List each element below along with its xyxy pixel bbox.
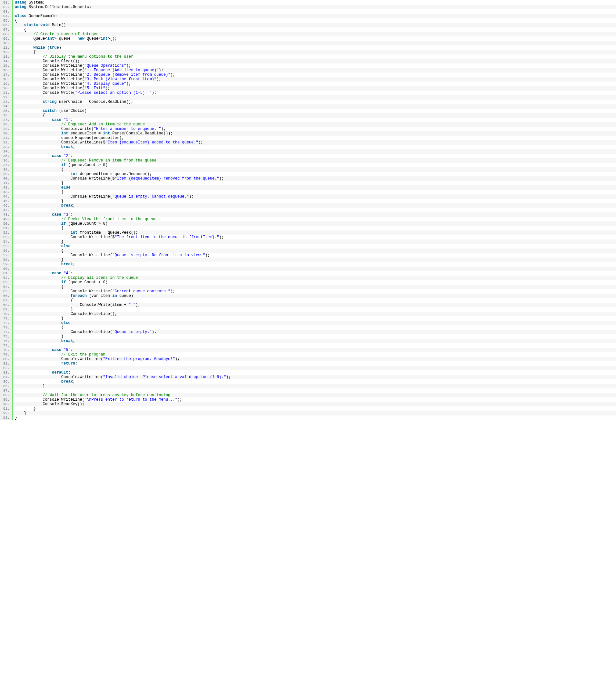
code-line[interactable]: if (queue.Count > 0) xyxy=(13,222,616,226)
code-line[interactable]: Console.WriteLine("Current queue content… xyxy=(13,289,616,294)
code-line[interactable]: // Display all items in the queue xyxy=(13,276,616,280)
code-line[interactable]: Console.WriteLine("Queue Operations"); xyxy=(13,64,616,68)
code-line[interactable]: Console.Write("Enter a number to enqueue… xyxy=(13,127,616,131)
code-line[interactable]: case "2": xyxy=(13,154,616,158)
code-line[interactable] xyxy=(13,9,616,14)
code-line[interactable]: { xyxy=(13,113,616,118)
code-line[interactable]: Console.WriteLine("Queue is empty."); xyxy=(13,330,616,334)
code-line[interactable]: } xyxy=(13,316,616,321)
code-line[interactable]: } xyxy=(13,334,616,339)
code-line[interactable]: // Wait for the user to press any key be… xyxy=(13,393,616,397)
code-line[interactable] xyxy=(13,366,616,370)
code-line[interactable] xyxy=(13,208,616,212)
code-line[interactable]: foreach (var item in queue) xyxy=(13,294,616,298)
code-line[interactable] xyxy=(13,388,616,393)
code-line[interactable]: case "3": xyxy=(13,212,616,217)
code-line[interactable]: { xyxy=(13,167,616,172)
code-line[interactable]: case "4": xyxy=(13,271,616,276)
code-line[interactable]: return; xyxy=(13,361,616,366)
code-line[interactable]: while (true) xyxy=(13,45,616,50)
code-line[interactable]: int enqueueItem = int.Parse(Console.Read… xyxy=(13,131,616,136)
code-line[interactable]: if (queue.Count > 0) xyxy=(13,280,616,284)
string-literal: "Queue is empty. No front item to view." xyxy=(112,253,205,257)
code-line[interactable]: } xyxy=(13,181,616,185)
code-line[interactable]: Console.WriteLine("Exiting the program. … xyxy=(13,357,616,361)
code-line[interactable]: int frontItem = queue.Peek(); xyxy=(13,230,616,235)
code-line[interactable]: { xyxy=(13,249,616,253)
code-line[interactable]: Console.WriteLine(); xyxy=(13,312,616,316)
code-line[interactable]: Console.Write("Please select an option (… xyxy=(13,91,616,95)
code-line[interactable]: // Display the menu options to the user xyxy=(13,54,616,59)
code-line[interactable]: Console.WriteLine($"Item {enqueueItem} a… xyxy=(13,140,616,145)
code-line[interactable]: Console.WriteLine("Queue is empty. No fr… xyxy=(13,253,616,257)
code-line[interactable]: static void Main() xyxy=(13,23,616,27)
code-line[interactable]: break; xyxy=(13,339,616,343)
code-line[interactable]: } xyxy=(13,406,616,411)
code-line[interactable]: Console.WriteLine($"The front item in th… xyxy=(13,235,616,240)
code-line[interactable]: break; xyxy=(13,145,616,149)
code-line[interactable]: else xyxy=(13,185,616,190)
code-line[interactable]: using System; xyxy=(13,0,616,5)
code-line[interactable]: { xyxy=(13,226,616,230)
line-number: 49. xyxy=(0,217,12,222)
code-line[interactable]: // Dequeue: Remove an item from the queu… xyxy=(13,158,616,163)
code-line[interactable]: switch (userChoice) xyxy=(13,109,616,113)
code-line[interactable]: Console.WriteLine("4. Display queue"); xyxy=(13,82,616,86)
code-line[interactable] xyxy=(13,149,616,154)
code-line[interactable]: int dequeuedItem = queue.Dequeue(); xyxy=(13,172,616,176)
code-text xyxy=(15,109,43,113)
code-line[interactable]: { xyxy=(13,284,616,289)
code-line[interactable]: // Create a queue of integers xyxy=(13,32,616,37)
code-line[interactable]: Console.WriteLine("1. Enqueue (Add item … xyxy=(13,68,616,72)
code-line[interactable] xyxy=(13,267,616,271)
code-line[interactable]: break; xyxy=(13,203,616,208)
code-line[interactable]: // Peek: View the front item in the queu… xyxy=(13,217,616,222)
code-line[interactable]: queue.Enqueue(enqueueItem); xyxy=(13,136,616,140)
code-line[interactable]: Console.ReadKey(); xyxy=(13,402,616,406)
code-line[interactable] xyxy=(13,41,616,45)
code-line[interactable]: case "5": xyxy=(13,348,616,352)
code-line[interactable]: Console.Write(item + " "); xyxy=(13,303,616,307)
code-line[interactable]: using System.Collections.Generic; xyxy=(13,5,616,9)
code-line[interactable]: } xyxy=(13,415,616,420)
code-line[interactable]: case "1": xyxy=(13,118,616,122)
code-line[interactable]: } xyxy=(13,307,616,312)
code-line[interactable]: // Exit the program xyxy=(13,352,616,357)
code-line[interactable] xyxy=(13,104,616,109)
code-text: } xyxy=(15,415,17,420)
code-line[interactable] xyxy=(13,343,616,348)
code-line[interactable]: } xyxy=(13,411,616,415)
code-line[interactable]: Console.WriteLine("2. Dequeue (Remove it… xyxy=(13,72,616,77)
code-line[interactable]: default: xyxy=(13,370,616,375)
code-line[interactable]: Console.WriteLine("5. Exit"); xyxy=(13,86,616,91)
code-line[interactable]: string userChoice = Console.ReadLine(); xyxy=(13,99,616,104)
code-text: (queue.Count > 0) xyxy=(66,222,108,226)
code-line[interactable]: if (queue.Count > 0) xyxy=(13,163,616,167)
code-content[interactable]: using System;using System.Collections.Ge… xyxy=(13,0,616,420)
code-line[interactable]: Console.WriteLine($"Item {dequeuedItem} … xyxy=(13,176,616,181)
code-line[interactable]: { xyxy=(13,298,616,303)
code-line[interactable]: else xyxy=(13,321,616,325)
code-line[interactable]: } xyxy=(13,257,616,262)
code-line[interactable]: } xyxy=(13,240,616,244)
code-line[interactable]: { xyxy=(13,27,616,32)
code-line[interactable]: Console.WriteLine("3. Peek (View the fro… xyxy=(13,77,616,82)
code-line[interactable]: { xyxy=(13,50,616,54)
code-line[interactable]: class QueueExample xyxy=(13,14,616,18)
code-line[interactable]: else xyxy=(13,244,616,249)
code-line[interactable]: Console.WriteLine("Queue is empty. Canno… xyxy=(13,195,616,199)
code-line[interactable]: Console.WriteLine("\nPress enter to retu… xyxy=(13,397,616,402)
code-line[interactable]: Queue<int> queue = new Queue<int>(); xyxy=(13,37,616,41)
code-line[interactable] xyxy=(13,95,616,99)
code-line[interactable]: } xyxy=(13,384,616,388)
code-line[interactable]: { xyxy=(13,190,616,195)
code-line[interactable]: { xyxy=(13,18,616,23)
code-line[interactable]: { xyxy=(13,325,616,330)
code-line[interactable]: Console.Clear(); xyxy=(13,59,616,64)
code-line[interactable]: break; xyxy=(13,379,616,384)
code-line[interactable]: break; xyxy=(13,262,616,267)
code-text: Console.WriteLine($ xyxy=(15,140,106,145)
code-line[interactable]: // Enqueue: Add an item to the queue xyxy=(13,122,616,127)
code-line[interactable]: Console.WriteLine("Invalid choice. Pleas… xyxy=(13,375,616,379)
code-line[interactable]: } xyxy=(13,199,616,203)
